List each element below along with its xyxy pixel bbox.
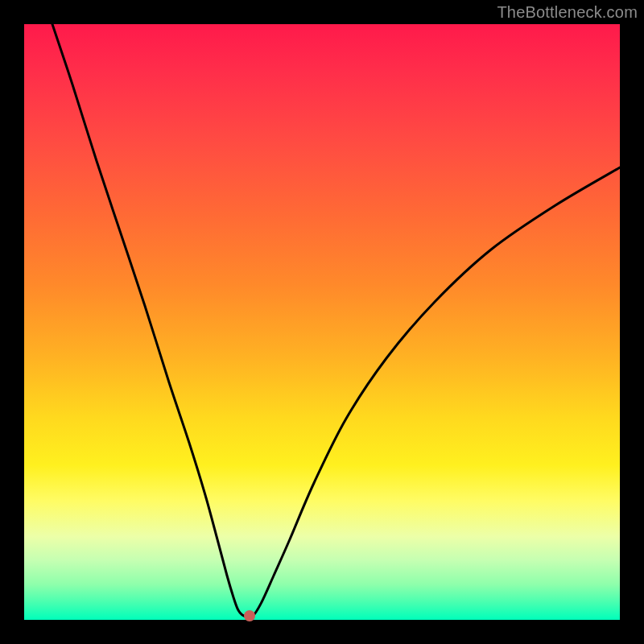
- optimal-marker: [244, 610, 255, 621]
- plot-area: [24, 24, 620, 620]
- bottleneck-curve: [52, 24, 620, 617]
- curve-svg: [24, 24, 620, 620]
- watermark-text: TheBottleneck.com: [497, 3, 638, 22]
- chart-frame: TheBottleneck.com: [0, 0, 644, 644]
